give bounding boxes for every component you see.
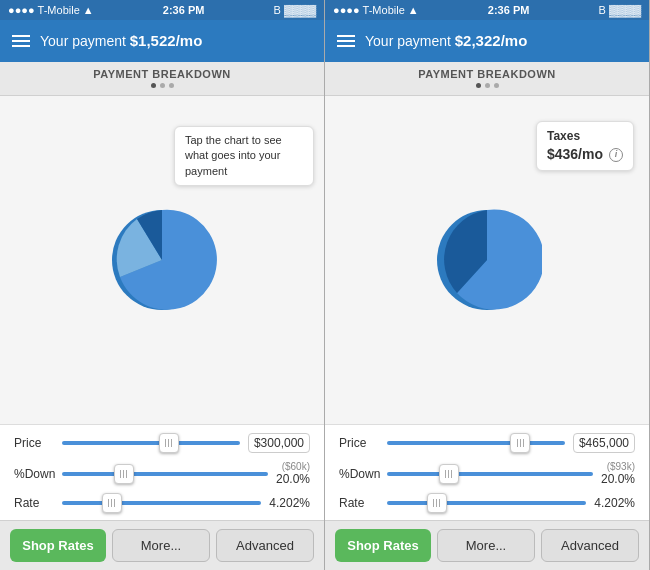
price-label-1: Price: [14, 436, 54, 450]
price-slider-row-2: Price $465,000: [339, 433, 635, 453]
tooltip-2: Taxes $436/mo i: [536, 121, 634, 171]
rate-thumb-2[interactable]: [427, 493, 447, 513]
status-bar-1: ●●●● T-Mobile ▲ 2:36 PM B ▓▓▓▓: [0, 0, 324, 20]
more-button-2[interactable]: More...: [437, 529, 535, 562]
signal-dots-1: ●●●●: [8, 4, 35, 16]
down-value-1: 20.0%: [276, 472, 310, 486]
rate-slider-row-1: Rate 4.202%: [14, 494, 310, 512]
bluetooth-icon-2: B: [599, 4, 606, 16]
breakdown-label-1: PAYMENT BREAKDOWN: [0, 62, 324, 96]
down-slider-row-1: %Down ($60k) 20.0%: [14, 461, 310, 486]
price-thumb-1[interactable]: [159, 433, 179, 453]
sliders-area-1: Price $300,000 %Down ($: [0, 424, 324, 520]
price-track-1[interactable]: [62, 434, 240, 452]
tooltip-text-1: Tap the chart to see what goes into your…: [185, 134, 282, 177]
header-1: Your payment $1,522/mo: [0, 20, 324, 62]
down-track-1[interactable]: [62, 465, 268, 483]
header-2: Your payment $2,322/mo: [325, 20, 649, 62]
pie-chart-2[interactable]: [432, 205, 542, 315]
dots-2: [325, 80, 649, 91]
header-text-2: Your payment: [365, 33, 455, 49]
menu-icon-1[interactable]: [12, 35, 30, 47]
down-thumb-2[interactable]: [439, 464, 459, 484]
status-time-1: 2:36 PM: [163, 4, 205, 16]
down-label-1: %Down: [14, 467, 54, 481]
header-title-1: Your payment $1,522/mo: [40, 32, 202, 50]
dots-1: [0, 80, 324, 91]
header-title-2: Your payment $2,322/mo: [365, 32, 527, 50]
rate-value-2: 4.202%: [594, 496, 635, 510]
rate-track-2[interactable]: [387, 494, 586, 512]
chart-area-1[interactable]: Tap the chart to see what goes into your…: [0, 96, 324, 424]
dot-active-2: [476, 83, 481, 88]
rate-track-1[interactable]: [62, 494, 261, 512]
down-value-2: 20.0%: [601, 472, 635, 486]
breakdown-label-2: PAYMENT BREAKDOWN: [325, 62, 649, 96]
price-thumb-2[interactable]: [510, 433, 530, 453]
chart-area-2[interactable]: Taxes $436/mo i: [325, 96, 649, 424]
battery-icon-2: ▓▓▓▓: [609, 4, 641, 16]
down-slider-row-2: %Down ($93k) 20.0%: [339, 461, 635, 486]
price-value-1: $300,000: [248, 433, 310, 453]
sliders-area-2: Price $465,000 %Down ($: [325, 424, 649, 520]
price-track-2[interactable]: [387, 434, 565, 452]
header-text-1: Your payment: [40, 33, 130, 49]
status-right-2: B ▓▓▓▓: [599, 4, 641, 16]
price-label-2: Price: [339, 436, 379, 450]
signal-dots-2: ●●●●: [333, 4, 360, 16]
header-amount-1: $1,522/mo: [130, 32, 203, 49]
rate-thumb-1[interactable]: [102, 493, 122, 513]
status-carrier-1: ●●●● T-Mobile ▲: [8, 4, 94, 16]
info-icon-2[interactable]: i: [609, 148, 623, 162]
bottom-buttons-2: Shop Rates More... Advanced: [325, 520, 649, 570]
tooltip-1: Tap the chart to see what goes into your…: [174, 126, 314, 186]
down-sub-1: ($60k): [282, 461, 310, 472]
tooltip-title-2: Taxes: [547, 128, 623, 145]
tooltip-amount-2: $436/mo: [547, 145, 603, 165]
rate-slider-row-2: Rate 4.202%: [339, 494, 635, 512]
down-track-2[interactable]: [387, 465, 593, 483]
phone-panel-2: ●●●● T-Mobile ▲ 2:36 PM B ▓▓▓▓ Your paym…: [325, 0, 650, 570]
advanced-button-2[interactable]: Advanced: [541, 529, 639, 562]
dot-3-1: [169, 83, 174, 88]
shop-rates-button-1[interactable]: Shop Rates: [10, 529, 106, 562]
carrier-name-2: T-Mobile: [363, 4, 405, 16]
phone-panel-1: ●●●● T-Mobile ▲ 2:36 PM B ▓▓▓▓ Your paym…: [0, 0, 325, 570]
rate-value-1: 4.202%: [269, 496, 310, 510]
pie-chart-1[interactable]: [107, 205, 217, 315]
rate-label-2: Rate: [339, 496, 379, 510]
dot-3-2: [494, 83, 499, 88]
status-bar-2: ●●●● T-Mobile ▲ 2:36 PM B ▓▓▓▓: [325, 0, 649, 20]
dot-active-1: [151, 83, 156, 88]
battery-icon-1: ▓▓▓▓: [284, 4, 316, 16]
menu-icon-2[interactable]: [337, 35, 355, 47]
price-value-2: $465,000: [573, 433, 635, 453]
bluetooth-icon-1: B: [274, 4, 281, 16]
rate-label-1: Rate: [14, 496, 54, 510]
header-amount-2: $2,322/mo: [455, 32, 528, 49]
advanced-button-1[interactable]: Advanced: [216, 529, 314, 562]
wifi-icon-1: ▲: [83, 4, 94, 16]
shop-rates-button-2[interactable]: Shop Rates: [335, 529, 431, 562]
dot-2-2: [485, 83, 490, 88]
status-carrier-2: ●●●● T-Mobile ▲: [333, 4, 419, 16]
carrier-name-1: T-Mobile: [38, 4, 80, 16]
down-label-2: %Down: [339, 467, 379, 481]
dot-2-1: [160, 83, 165, 88]
bottom-buttons-1: Shop Rates More... Advanced: [0, 520, 324, 570]
price-slider-row-1: Price $300,000: [14, 433, 310, 453]
status-time-2: 2:36 PM: [488, 4, 530, 16]
down-thumb-1[interactable]: [114, 464, 134, 484]
down-sub-2: ($93k): [607, 461, 635, 472]
more-button-1[interactable]: More...: [112, 529, 210, 562]
wifi-icon-2: ▲: [408, 4, 419, 16]
status-right-1: B ▓▓▓▓: [274, 4, 316, 16]
